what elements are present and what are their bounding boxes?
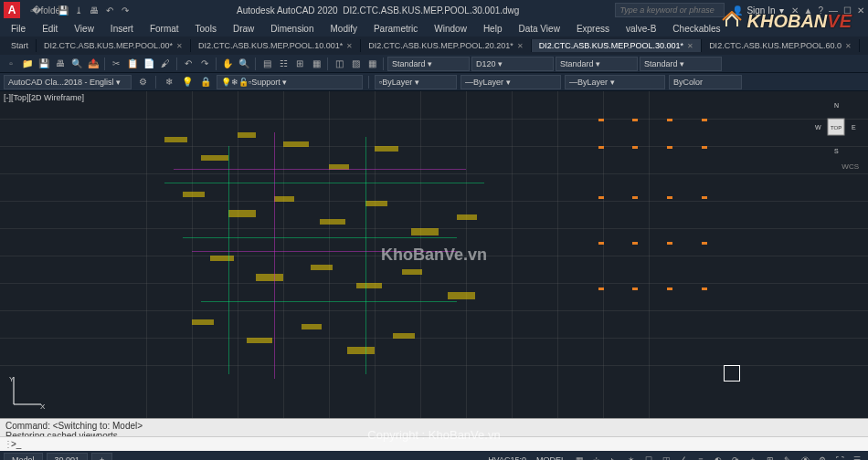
tab-doc-3[interactable]: DI2.CTC.ASB.KUS.MEP.POOL.20.201*✕ (361, 39, 531, 52)
redo-icon[interactable]: ↷ (119, 4, 132, 16)
menu-format[interactable]: Format (143, 22, 186, 36)
cleanscreen-icon[interactable]: ⛶ (832, 453, 847, 460)
lineweight-icon[interactable]: ≡ (693, 453, 708, 460)
annoscale-label[interactable]: HVAC15:0 (484, 455, 530, 460)
save-icon[interactable]: 💾 (37, 57, 51, 71)
saveas-icon[interactable]: ⤓ (72, 4, 85, 16)
customize-icon[interactable]: ☰ (850, 453, 864, 460)
publish-icon[interactable]: 📤 (86, 57, 101, 71)
drawing-canvas[interactable]: [-][Top][2D Wireframe] (0, 91, 868, 418)
plot-icon[interactable]: 🖶 (88, 4, 101, 16)
print-icon[interactable]: 🖶 (53, 57, 68, 71)
tab-doc-1[interactable]: DI2.CTC.ASB.KUS.MEP.POOL.00*✕ (37, 39, 191, 52)
redo-icon[interactable]: ↷ (197, 57, 212, 71)
addlayout-button[interactable]: + (91, 453, 112, 460)
close-icon[interactable]: ✕ (517, 42, 524, 50)
layouttab-button[interactable]: 30.001 (47, 453, 89, 460)
gear-icon[interactable]: ⚙ (135, 75, 150, 89)
new-icon[interactable]: ▫ (4, 57, 18, 71)
menu-dataview[interactable]: Data View (511, 22, 566, 36)
table-icon[interactable]: ▦ (365, 57, 379, 71)
menu-valveb[interactable]: valve-B (619, 22, 663, 36)
block-icon[interactable]: ◫ (332, 57, 346, 71)
workspace-dropdown[interactable]: AutoCAD Cla...2018 - Englisl ▾ (4, 75, 132, 89)
modeltab-button[interactable]: Model (4, 453, 43, 460)
undo-icon[interactable]: ↶ (181, 57, 196, 71)
annomonitor-icon[interactable]: + (746, 453, 760, 460)
toolpalette-icon[interactable]: ▦ (309, 57, 323, 71)
plotstyle-dropdown[interactable]: ByColor (669, 75, 742, 89)
undo-icon[interactable]: ↶ (103, 4, 116, 16)
transparency-icon[interactable]: ◐ (711, 453, 725, 460)
quickprops-icon[interactable]: ⊞ (763, 453, 778, 460)
viewport-label[interactable]: [-][Top][2D Wireframe] (4, 93, 84, 102)
close-icon[interactable]: ✕ (687, 42, 693, 50)
paste-icon[interactable]: 📄 (142, 57, 156, 71)
close-icon[interactable]: ✕ (176, 42, 183, 50)
svg-text:X: X (40, 402, 46, 409)
textstyle-dropdown[interactable]: Standard ▾ (387, 57, 470, 71)
open-icon[interactable]: 📁 (20, 57, 35, 71)
tab-doc-4[interactable]: DI2.CTC.ASB.KUS.MEP.POOL.30.001*✕ (532, 39, 702, 52)
tablestyle-dropdown[interactable]: Standard ▾ (556, 57, 638, 71)
copy-icon[interactable]: 📋 (125, 57, 140, 71)
close-icon[interactable]: ✕ (857, 5, 864, 16)
3dosnap-icon[interactable]: ◫ (659, 453, 673, 460)
help-search-input[interactable] (615, 3, 725, 17)
menu-file[interactable]: File (4, 22, 33, 36)
menu-draw[interactable]: Draw (226, 22, 261, 36)
linetype-dropdown[interactable]: — ByLayer ▾ (460, 75, 561, 89)
otrack-icon[interactable]: ∠ (676, 453, 691, 460)
lineweight-dropdown[interactable]: — ByLayer ▾ (565, 75, 665, 89)
pan-icon[interactable]: ✋ (220, 57, 235, 71)
zoom-icon[interactable]: 🔍 (237, 57, 251, 71)
snap-icon[interactable]: ⊹ (589, 453, 604, 460)
menu-modify[interactable]: Modify (323, 22, 365, 36)
osnap-icon[interactable]: ☐ (641, 453, 656, 460)
layer-lock-icon[interactable]: 🔒 (198, 75, 213, 89)
menu-window[interactable]: Window (427, 22, 474, 36)
menu-view[interactable]: View (67, 22, 101, 36)
cycling-icon[interactable]: ⟳ (728, 453, 743, 460)
close-icon[interactable]: ✕ (845, 42, 852, 50)
modelspace-toggle[interactable]: MODEL (533, 455, 569, 460)
tab-start[interactable]: Start (4, 39, 37, 52)
tab-doc-2[interactable]: DI2.CTC.ASB.KUS.MEP.POOL.10.001*✕ (191, 39, 361, 52)
preview-icon[interactable]: 🔍 (69, 57, 84, 71)
isolate-icon[interactable]: 👁 (798, 453, 812, 460)
dimstyle-dropdown[interactable]: D120 ▾ (471, 57, 554, 71)
layer-off-icon[interactable]: 💡 (180, 75, 195, 89)
designcenter-icon[interactable]: ⊞ (292, 57, 307, 71)
units-icon[interactable]: ✎ (780, 453, 795, 460)
open-icon[interactable]: �folder (41, 4, 54, 16)
polar-icon[interactable]: ✶ (624, 453, 639, 460)
grip-icon[interactable]: ⋮ (4, 439, 11, 449)
tab-doc-5[interactable]: DI2.CTC.ASB.KUS.MEP.POOL.60.0✕ (702, 39, 860, 52)
hatch-icon[interactable]: ▨ (348, 57, 363, 71)
ortho-icon[interactable]: ⊾ (607, 453, 621, 460)
close-icon[interactable]: ✕ (346, 42, 353, 50)
viewcube-s: S (834, 148, 839, 154)
menu-parametric[interactable]: Parametric (366, 22, 425, 36)
wcs-label[interactable]: WCS (813, 162, 859, 171)
command-input[interactable]: ⋮ >_ (0, 436, 868, 451)
match-icon[interactable]: 🖌 (158, 57, 173, 71)
layer-icon[interactable]: ▤ (259, 57, 274, 71)
cut-icon[interactable]: ✂ (109, 57, 123, 71)
layer-freeze-icon[interactable]: ❄ (162, 75, 176, 89)
viewcube[interactable]: N S W E TOP WCS (813, 100, 859, 155)
menu-dimension[interactable]: Dimension (263, 22, 321, 36)
menu-express[interactable]: Express (569, 22, 617, 36)
menu-help[interactable]: Help (476, 22, 510, 36)
menu-checkables[interactable]: Checkables (665, 22, 727, 36)
mleaderstyle-dropdown[interactable]: Standard ▾ (640, 57, 722, 71)
hardware-icon[interactable]: ⚙ (815, 453, 830, 460)
grid-icon[interactable]: ▦ (572, 453, 587, 460)
menu-insert[interactable]: Insert (103, 22, 141, 36)
menu-edit[interactable]: Edit (35, 22, 65, 36)
properties-icon[interactable]: ☷ (276, 57, 291, 71)
menu-tools[interactable]: Tools (188, 22, 224, 36)
layer-dropdown[interactable]: 💡❄🔓▫ Support ▾ (217, 75, 363, 89)
save-icon[interactable]: 💾 (57, 4, 69, 16)
color-dropdown[interactable]: ▫ ByLayer ▾ (375, 75, 457, 89)
